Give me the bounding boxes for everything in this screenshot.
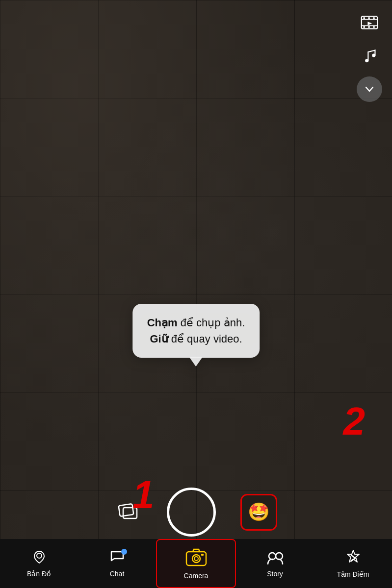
- annotation-number-2: 2: [343, 402, 366, 441]
- tooltip-hold-bold: Giữ: [150, 333, 168, 345]
- chevron-down-icon: [364, 84, 375, 95]
- svg-point-17: [194, 557, 198, 561]
- lens-sticker-icon: 🤩: [248, 503, 270, 521]
- story-icon: [266, 550, 285, 567]
- nav-item-map[interactable]: Bản Đồ: [0, 539, 78, 588]
- tooltip-tap-rest: để chụp ảnh.: [178, 317, 245, 329]
- chat-notification-dot: [121, 549, 127, 555]
- music-button[interactable]: [357, 43, 382, 69]
- camera-controls: 🤩: [0, 488, 392, 537]
- svg-point-10: [365, 59, 368, 62]
- annotation-number-1: 1: [132, 475, 155, 514]
- svg-point-14: [37, 553, 42, 558]
- nav-item-story[interactable]: Story: [236, 539, 314, 588]
- shutter-button[interactable]: [167, 488, 216, 537]
- nav-item-camera[interactable]: Camera: [156, 539, 236, 588]
- nav-label-story: Story: [267, 570, 283, 578]
- svg-rect-3: [363, 17, 365, 19]
- svg-point-20: [276, 553, 283, 560]
- film-icon: [361, 14, 378, 31]
- bottom-navigation: Bản Đồ Chat Camera: [0, 539, 392, 588]
- svg-rect-18: [201, 554, 204, 556]
- nav-label-score: Tâm Điểm: [337, 570, 369, 578]
- svg-rect-7: [368, 26, 370, 28]
- tooltip-tap-bold: Chạm: [147, 317, 178, 329]
- music-icon: [362, 49, 377, 63]
- nav-item-score[interactable]: Tâm Điểm: [314, 539, 392, 588]
- chat-icon: [109, 550, 125, 567]
- collapse-button[interactable]: [357, 76, 382, 102]
- svg-rect-5: [373, 17, 375, 19]
- tooltip-text: Chạm để chụp ảnh. Giữ để quay video.: [147, 315, 245, 347]
- nav-label-chat: Chat: [110, 570, 125, 578]
- score-icon: [346, 549, 360, 567]
- svg-rect-8: [373, 26, 375, 28]
- lens-button[interactable]: 🤩: [240, 494, 277, 531]
- tooltip-hold-rest: để quay video.: [168, 333, 242, 345]
- nav-label-map: Bản Đồ: [27, 570, 51, 578]
- svg-rect-12: [119, 504, 134, 516]
- camera-nav-icon: [185, 548, 207, 569]
- nav-label-camera: Camera: [184, 572, 209, 580]
- svg-marker-9: [367, 22, 372, 25]
- camera-hint-tooltip: Chạm để chụp ảnh. Giữ để quay video.: [132, 304, 260, 358]
- right-toolbar: [357, 10, 382, 102]
- svg-point-11: [372, 54, 375, 57]
- svg-rect-4: [368, 17, 370, 19]
- memories-button[interactable]: [357, 10, 382, 35]
- svg-point-16: [192, 555, 200, 563]
- map-icon: [32, 550, 47, 567]
- nav-item-chat[interactable]: Chat: [78, 539, 156, 588]
- svg-rect-6: [363, 26, 365, 28]
